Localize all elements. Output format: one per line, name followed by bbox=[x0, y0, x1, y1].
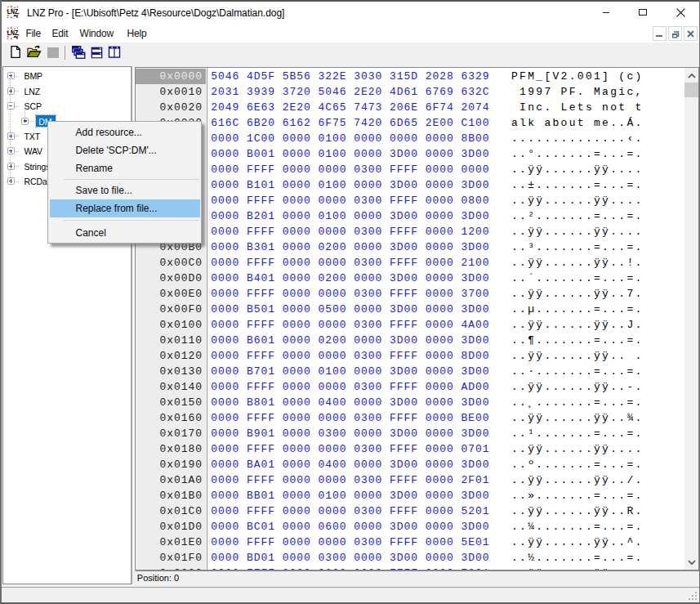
svg-text:LNZ: LNZ bbox=[7, 28, 19, 37]
svg-text:LNZ: LNZ bbox=[7, 7, 19, 16]
